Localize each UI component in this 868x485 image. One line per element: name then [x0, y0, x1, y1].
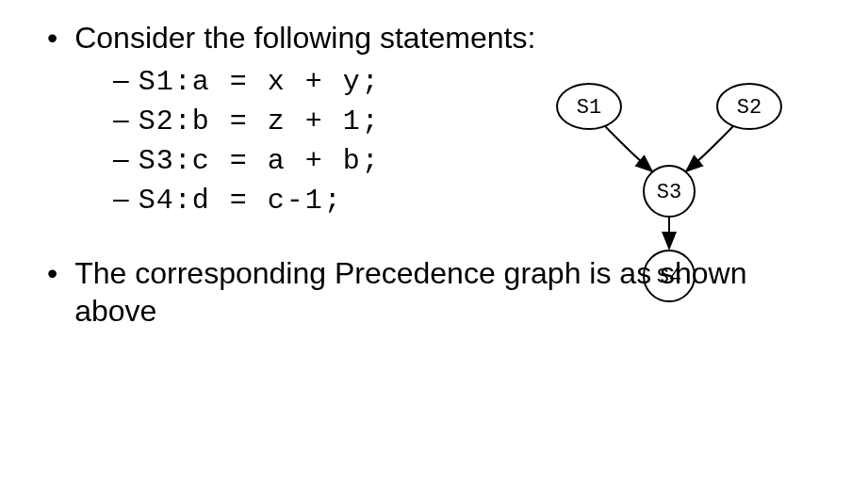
dash-icon: – — [113, 143, 129, 175]
statement-label: S3: — [139, 145, 192, 177]
statement-label: S2: — [139, 105, 192, 137]
bullet-item-1: • Consider the following statements: — [28, 19, 840, 57]
bullet-dot-icon: • — [47, 19, 57, 57]
bullet1-text: Consider the following statements: — [74, 19, 535, 57]
node-s2-label: S2 — [737, 96, 762, 120]
statement-code: d = c-1; — [192, 185, 343, 217]
node-s3-label: S3 — [657, 181, 681, 204]
statement-code: b = z + 1; — [192, 105, 381, 137]
statement-label: S1: — [139, 66, 192, 98]
edge-s1-s3 — [605, 126, 652, 171]
statement-code: a = x + y; — [192, 66, 381, 98]
dash-icon: – — [113, 104, 129, 136]
statement-code: c = a + b; — [192, 145, 381, 177]
edge-s2-s3 — [686, 126, 733, 171]
graph-svg: S1 S2 S3 S4 — [537, 73, 829, 318]
bullet-dot-icon: • — [47, 254, 57, 292]
statement-label: S4: — [139, 185, 192, 217]
node-s4-label: S4 — [657, 266, 681, 289]
dash-icon: – — [113, 64, 129, 96]
node-s1-label: S1 — [577, 96, 601, 120]
precedence-graph: S1 S2 S3 S4 — [537, 73, 829, 318]
dash-icon: – — [113, 183, 129, 215]
